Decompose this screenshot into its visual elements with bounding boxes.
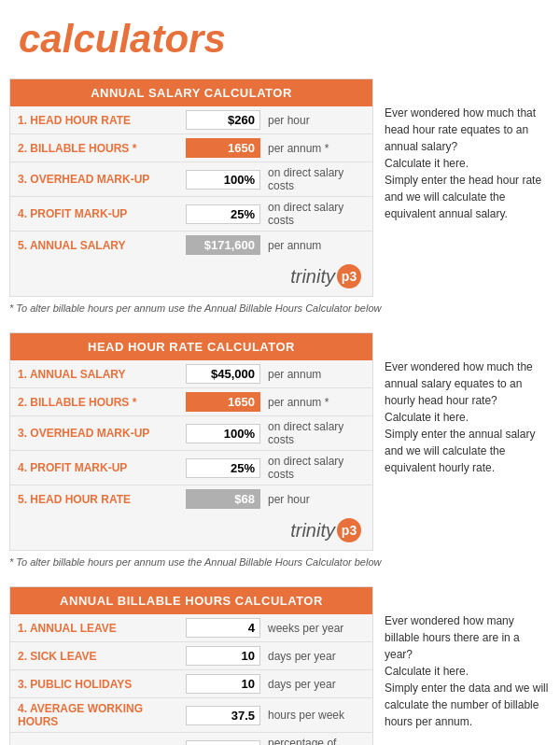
row-label: 1. ANNUAL LEAVE: [18, 622, 186, 635]
row-label: 3. OVERHEAD MARK-UP: [18, 427, 186, 440]
row-label: 3. PUBLIC HOLIDAYS: [18, 678, 186, 691]
row-unit: per hour: [268, 114, 365, 127]
row-input[interactable]: [186, 706, 260, 725]
row-unit: per annum: [268, 239, 365, 252]
row-label: 2. BILLABLE HOURS *: [18, 142, 186, 155]
table-row: 5. HEAD HOUR RATEper hour: [10, 485, 372, 513]
row-input[interactable]: [186, 392, 260, 412]
row-unit: on direct salary costs: [268, 420, 365, 446]
calculator2-logo: trinity p3: [10, 513, 372, 550]
table-row: 1. HEAD HOUR RATEper hour: [10, 106, 372, 134]
calculator1-box: ANNUAL SALARY CALCULATOR 1. HEAD HOUR RA…: [9, 78, 373, 297]
row-unit: days per year: [268, 650, 365, 663]
row-input[interactable]: [186, 235, 260, 255]
trinity-badge-2: p3: [337, 518, 361, 542]
row-unit: on direct salary costs: [268, 455, 365, 481]
row-unit: weeks per year: [268, 622, 365, 635]
row-label: 2. BILLABLE HOURS *: [18, 396, 186, 409]
row-unit: per hour: [268, 493, 365, 506]
table-row: 2. BILLABLE HOURS *per annum *: [10, 134, 372, 162]
row-label: 1. HEAD HOUR RATE: [18, 114, 186, 127]
row-input[interactable]: [186, 364, 260, 384]
row-label: 5. ANNUAL SALARY: [18, 239, 186, 252]
row-input[interactable]: [186, 138, 260, 158]
trinity-text-1: trinity: [290, 266, 335, 288]
row-input[interactable]: [186, 424, 260, 443]
calculator1-description: Ever wondered how much that head hour ra…: [385, 78, 551, 222]
row-label: 1. ANNUAL SALARY: [18, 368, 186, 381]
row-input[interactable]: [186, 646, 260, 666]
table-row: 5. ANNUAL SALARYper annum: [10, 232, 372, 259]
calculator1-logo: trinity p3: [10, 259, 372, 296]
row-unit: on direct salary costs: [268, 201, 365, 227]
calculator1-section: ANNUAL SALARY CALCULATOR 1. HEAD HOUR RA…: [0, 71, 560, 301]
row-label: 4. PROFIT MARK-UP: [18, 461, 186, 474]
table-row: 4. PROFIT MARK-UPon direct salary costs: [10, 197, 372, 232]
row-label: 5. HEAD HOUR RATE: [18, 493, 186, 506]
row-input[interactable]: [186, 674, 260, 694]
calculator3-box: ANNUAL BILLABLE HOURS CALCULATOR 1. ANNU…: [9, 586, 373, 745]
trinity-text-2: trinity: [290, 520, 335, 541]
calculator2-section: HEAD HOUR RATE CALCULATOR 1. ANNUAL SALA…: [0, 325, 560, 555]
row-input[interactable]: [186, 204, 260, 224]
calculator3-section: ANNUAL BILLABLE HOURS CALCULATOR 1. ANNU…: [0, 579, 560, 745]
row-unit: days per year: [268, 678, 365, 691]
calculator3-description: Ever wondered how many billable hours th…: [385, 586, 551, 730]
table-row: 4. AVERAGE WORKING HOURShours per week: [10, 698, 372, 733]
trinity-badge-1: p3: [337, 264, 361, 288]
row-input[interactable]: [186, 618, 260, 638]
row-label: 2. SICK LEAVE: [18, 650, 186, 663]
row-unit: hours per week: [268, 709, 365, 722]
row-input[interactable]: [186, 170, 260, 190]
row-unit: per annum: [268, 368, 365, 381]
table-row: 2. SICK LEAVEdays per year: [10, 642, 372, 670]
calculator1-title: ANNUAL SALARY CALCULATOR: [10, 79, 372, 106]
row-input[interactable]: [186, 458, 260, 478]
row-label: 4. PROFIT MARK-UP: [18, 207, 186, 220]
table-row: 3. OVERHEAD MARK-UPon direct salary cost…: [10, 162, 372, 197]
row-input[interactable]: [186, 110, 260, 130]
page-title: calculators: [0, 0, 560, 71]
table-row: 4. PROFIT MARK-UPon direct salary costs: [10, 451, 372, 485]
table-row: 1. ANNUAL SALARYper annum: [10, 360, 372, 388]
calculator2-description: Ever wondered how much the annual salary…: [385, 332, 551, 476]
row-unit: per annum *: [268, 396, 365, 409]
table-row: 3. OVERHEAD MARK-UPon direct salary cost…: [10, 416, 372, 451]
calculator2-title: HEAD HOUR RATE CALCULATOR: [10, 333, 372, 360]
row-input[interactable]: [186, 489, 260, 509]
row-label: 3. OVERHEAD MARK-UP: [18, 173, 186, 186]
calculator1-footnote: * To alter billable hours per annum use …: [0, 301, 560, 319]
table-row: 3. PUBLIC HOLIDAYSdays per year: [10, 670, 372, 698]
row-unit: percentage of week: [268, 737, 365, 745]
table-row: 5. NON CLIENT TIMEpercentage of week: [10, 733, 372, 745]
calculator2-footnote: * To alter billable hours per annum use …: [0, 555, 560, 573]
table-row: 2. BILLABLE HOURS *per annum *: [10, 388, 372, 416]
calculator3-title: ANNUAL BILLABLE HOURS CALCULATOR: [10, 587, 372, 614]
calculator2-box: HEAD HOUR RATE CALCULATOR 1. ANNUAL SALA…: [9, 332, 373, 551]
row-unit: per annum *: [268, 142, 365, 155]
row-unit: on direct salary costs: [268, 166, 365, 192]
table-row: 1. ANNUAL LEAVEweeks per year: [10, 614, 372, 642]
row-label: 4. AVERAGE WORKING HOURS: [18, 702, 186, 728]
row-input[interactable]: [186, 740, 260, 746]
